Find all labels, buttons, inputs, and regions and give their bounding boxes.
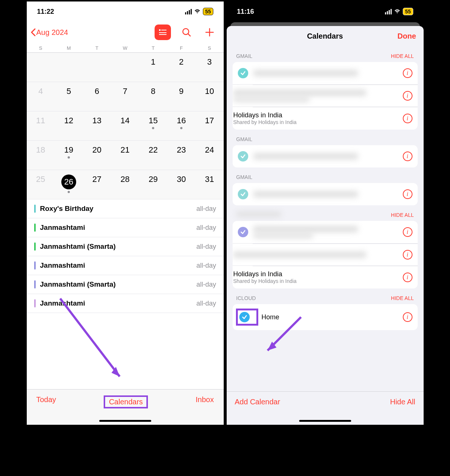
calendar-name-blurred: [253, 153, 403, 159]
calendar-item[interactable]: i: [233, 221, 418, 243]
hide-all-button[interactable]: Hide All: [390, 398, 415, 406]
calendar-day-cell[interactable]: 18: [27, 141, 55, 170]
calendar-day-cell[interactable]: 20: [83, 141, 111, 170]
calendar-day-cell[interactable]: 15: [139, 111, 167, 140]
calendar-item[interactable]: i: [233, 243, 418, 265]
info-button[interactable]: i: [403, 91, 412, 101]
status-time: 11:22: [37, 8, 54, 16]
hide-all-link[interactable]: HIDE ALL: [391, 295, 414, 301]
calendar-day-cell[interactable]: 1: [139, 53, 167, 82]
calendar-day-cell[interactable]: 31: [195, 170, 224, 199]
calendar-day-cell[interactable]: 12: [55, 111, 83, 140]
calendar-day-cell[interactable]: 8: [139, 82, 167, 111]
info-button[interactable]: i: [403, 189, 412, 199]
calendar-name-blurred: [233, 90, 418, 102]
event-row[interactable]: Janmashtami all-day: [27, 294, 224, 313]
calendar-item[interactable]: Holidays in IndiaShared by Holidays in I…: [233, 107, 418, 130]
calendar-checkbox[interactable]: [238, 151, 248, 162]
calendar-day-cell[interactable]: 14: [111, 111, 139, 140]
calendar-item[interactable]: Holidays in IndiaShared by Holidays in I…: [233, 265, 418, 288]
calendar-group-card: iiHolidays in IndiaShared by Holidays in…: [233, 62, 418, 130]
calendar-day-cell[interactable]: 30: [167, 170, 195, 199]
calendar-day-cell[interactable]: 13: [83, 111, 111, 140]
calendar-name: Home: [262, 313, 403, 321]
calendars-button[interactable]: Calendars: [109, 398, 143, 406]
back-label: Aug 2024: [36, 28, 68, 37]
today-button[interactable]: Today: [36, 395, 56, 404]
battery-icon: 55: [203, 8, 213, 15]
home-indicator[interactable]: [299, 420, 351, 422]
status-bar: 11:22 55: [27, 1, 224, 22]
weekday-label: F: [167, 45, 195, 51]
month-grid: 1234567891011121314151617181920212223242…: [27, 53, 224, 199]
search-button[interactable]: [179, 25, 194, 40]
calendar-day-cell[interactable]: 27: [83, 170, 111, 199]
calendar-day-cell[interactable]: 26: [55, 170, 83, 199]
calendar-day-cell[interactable]: 16: [167, 111, 195, 140]
add-button[interactable]: [202, 25, 217, 40]
calendar-checkbox[interactable]: [238, 227, 248, 237]
weekday-label: S: [195, 45, 224, 51]
calendar-shared-by: Shared by Holidays in India: [233, 278, 418, 284]
calendar-day-cell[interactable]: 17: [195, 111, 224, 140]
calendar-day-cell[interactable]: 4: [27, 82, 55, 111]
calendar-item[interactable]: i: [233, 183, 418, 205]
calendar-name-blurred: [253, 191, 403, 197]
calendar-day-cell[interactable]: 3: [195, 53, 224, 82]
info-button[interactable]: i: [403, 227, 412, 237]
calendar-day-cell[interactable]: 9: [167, 82, 195, 111]
calendar-day-cell[interactable]: 25: [27, 170, 55, 199]
calendar-day-cell[interactable]: 19: [55, 141, 83, 170]
event-time: all-day: [196, 243, 216, 251]
event-title: Janmashtami (Smarta): [40, 280, 197, 288]
calendar-checkbox[interactable]: [238, 189, 248, 199]
weekday-label: T: [139, 45, 167, 51]
calendar-group-card: i: [233, 145, 418, 167]
event-color-bar: [34, 242, 36, 251]
info-button[interactable]: i: [403, 273, 412, 282]
calendar-day-cell[interactable]: 24: [195, 141, 224, 170]
svg-marker-9: [111, 367, 120, 376]
section-label: GMAIL: [236, 136, 253, 142]
calendar-day-cell[interactable]: 6: [83, 82, 111, 111]
info-button[interactable]: i: [403, 250, 412, 260]
back-button[interactable]: Aug 2024: [30, 28, 68, 37]
list-view-button[interactable]: [155, 25, 171, 40]
info-button[interactable]: i: [403, 68, 412, 78]
event-row[interactable]: Janmashtami (Smarta) all-day: [27, 275, 224, 294]
info-button[interactable]: i: [403, 151, 412, 161]
home-indicator[interactable]: [99, 420, 151, 422]
calendar-day-cell[interactable]: 7: [111, 82, 139, 111]
calendar-day-cell[interactable]: 11: [27, 111, 55, 140]
calendar-day-cell[interactable]: 2: [167, 53, 195, 82]
event-row[interactable]: Janmashtami (Smarta) all-day: [27, 237, 224, 256]
calendar-day-cell[interactable]: 29: [139, 170, 167, 199]
calendar-day-cell[interactable]: 28: [111, 170, 139, 199]
calendar-item[interactable]: i: [233, 145, 418, 167]
event-row[interactable]: Roxy's Birthday all-day: [27, 199, 224, 218]
add-calendar-button[interactable]: Add Calendar: [235, 398, 280, 406]
calendar-day-cell[interactable]: 5: [55, 82, 83, 111]
calendar-day-cell[interactable]: 10: [195, 82, 224, 111]
hide-all-link[interactable]: HIDE ALL: [391, 212, 414, 218]
done-button[interactable]: Done: [398, 32, 416, 40]
calendar-item[interactable]: i: [233, 62, 418, 84]
event-row[interactable]: Janmashtami all-day: [27, 256, 224, 275]
weekday-label: W: [111, 45, 139, 51]
calendar-checkbox[interactable]: [238, 68, 248, 78]
calendar-day-cell[interactable]: 21: [111, 141, 139, 170]
calendar-day-cell[interactable]: 22: [139, 141, 167, 170]
hide-all-link[interactable]: HIDE ALL: [391, 53, 414, 59]
info-button[interactable]: i: [403, 312, 412, 322]
section-label-blurred: [236, 212, 281, 216]
calendar-checkbox[interactable]: [239, 312, 250, 322]
inbox-button[interactable]: Inbox: [196, 395, 214, 404]
section-label: ICLOUD: [236, 295, 256, 301]
calendar-day-cell[interactable]: 23: [167, 141, 195, 170]
svg-rect-1: [161, 30, 166, 30]
info-button[interactable]: i: [403, 114, 412, 123]
events-list: Roxy's Birthday all-day Janmashtami all-…: [27, 199, 224, 313]
event-row[interactable]: Janmashtami all-day: [27, 218, 224, 237]
calendar-item[interactable]: i: [233, 84, 418, 107]
calendar-item[interactable]: Homei: [233, 304, 418, 330]
